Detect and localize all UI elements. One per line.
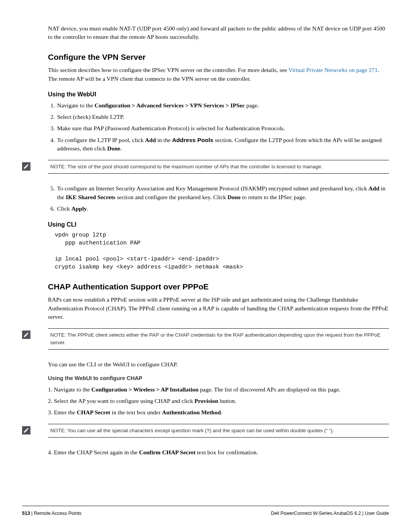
step-5-mid3: to return to the IPSec page.	[241, 194, 306, 200]
step-5: To configure an Internet Security Associ…	[56, 184, 389, 201]
chap-step-1: 1. Navigate to the Configuration > Wirel…	[48, 385, 389, 394]
footer-sep: |	[30, 511, 34, 516]
chap-s3-b2: Authentication Method	[162, 409, 221, 415]
section-heading-configure-vpn: Configure the VPN Server	[48, 51, 389, 63]
heading-using-webui: Using the WebUI	[48, 90, 389, 99]
footer-left-text: Remote Access Points	[34, 511, 81, 516]
chap-s1-pre: 1. Navigate to the	[48, 386, 91, 393]
step-6-pre: Click	[57, 205, 71, 212]
link-vpn-networks[interactable]: Virtual Private Networks on page 271	[288, 67, 378, 73]
sec1-paragraph: This section describes how to configure …	[48, 66, 389, 83]
footer-right: Dell PowerConnect W-Series ArubaOS 6.2 |…	[271, 510, 389, 517]
step-4-sans: Address Pools	[172, 137, 213, 143]
steps-list-a: Navigate to the Configuration > Advanced…	[48, 101, 389, 153]
section-heading-chap: CHAP Authentication Support over PPPoE	[48, 281, 389, 292]
sec2-para1: RAPs can now establish a PPPoE session w…	[48, 296, 389, 321]
sec1-para-pre: This section describes how to configure …	[48, 67, 288, 73]
note-text-1: NOTE: The size of the pool should corres…	[48, 160, 389, 174]
step-5-pre: To configure an Internet Security Associ…	[57, 185, 368, 192]
chap-s1-post: page. The list of discovered APs are dis…	[199, 386, 341, 393]
heading-webui-chap: Using the WebUI to configure CHAP	[48, 374, 389, 382]
heading-using-cli: Using CLI	[48, 220, 389, 229]
step-1-pre: Navigate to the	[57, 102, 95, 109]
intro-paragraph: NAT device, you must enable NAT-T (UDP p…	[48, 24, 389, 42]
step-4-b2: Done	[107, 145, 120, 152]
cli-code-block: vpdn group l2tp ppp authentication PAP i…	[55, 231, 389, 271]
sec2-para2: You can use the CLI or the WebUI to conf…	[48, 360, 389, 369]
chap-s1-bold: Configuration > Wireless > AP Installati…	[91, 386, 199, 393]
chap-s3-pre: 3. Enter the	[48, 409, 77, 415]
chap-s4-pre: 4. Enter the CHAP Secret again in the	[48, 449, 139, 455]
note-block-2: NOTE: The PPPoE client selects either th…	[48, 328, 389, 350]
chap-s2-pre: 2. Select the AP you want to configure u…	[48, 398, 194, 404]
note-block-3: NOTE: You can use all the special charac…	[48, 424, 389, 438]
chap-s3-post: .	[221, 409, 222, 415]
step-6-b: Apply	[71, 205, 87, 212]
note-block-1: NOTE: The size of the pool should corres…	[48, 160, 389, 174]
step-1-post: page.	[245, 102, 259, 109]
step-5-b2: IKE Shared Secrets	[66, 194, 115, 200]
step-4-post: .	[120, 145, 122, 152]
pencil-icon	[22, 162, 30, 171]
pencil-icon	[22, 331, 30, 339]
page-footer: 513 | Remote Access Points Dell PowerCon…	[22, 506, 389, 517]
note-text-3: NOTE: You can use all the special charac…	[48, 424, 389, 438]
pencil-icon	[22, 426, 30, 435]
step-4-mid1: in the	[156, 137, 172, 143]
step-5-b1: Add	[368, 185, 379, 192]
step-1-bold: Configuration > Advanced Services > VPN …	[95, 102, 245, 109]
chap-s2-bold: Provision	[194, 398, 218, 404]
step-2: Select (check) Enable L2TP.	[56, 113, 389, 121]
step-4-b1: Add	[145, 137, 156, 143]
step-4: To configure the L2TP IP pool, click Add…	[56, 136, 389, 153]
step-4-pre: To configure the L2TP IP pool, click	[57, 137, 145, 143]
step-3: Make sure that PAP (Password Authenticat…	[56, 124, 389, 133]
step-6-post: .	[87, 205, 88, 212]
steps-list-b: To configure an Internet Security Associ…	[48, 184, 389, 213]
chap-s4-bold: Confirm CHAP Secret	[139, 449, 196, 455]
step-1: Navigate to the Configuration > Advanced…	[56, 101, 389, 110]
chap-s2-post: button.	[218, 398, 236, 404]
chap-s3-b1: CHAP Secret	[77, 409, 110, 415]
step-6: Click Apply.	[56, 204, 389, 213]
step-5-mid2: section and configure the preshared key.…	[115, 194, 228, 200]
chap-step-4: 4. Enter the CHAP Secret again in the Co…	[48, 448, 389, 457]
step-5-b3: Done	[228, 194, 241, 200]
chap-step-2: 2. Select the AP you want to configure u…	[48, 397, 389, 405]
note-text-2: NOTE: The PPPoE client selects either th…	[48, 328, 389, 350]
chap-s3-mid: in the text box under	[110, 409, 162, 415]
chap-s4-post: text box for confirmation.	[196, 449, 258, 455]
footer-left: 513 | Remote Access Points	[22, 510, 81, 517]
chap-step-3: 3. Enter the CHAP Secret in the text box…	[48, 408, 389, 417]
page-number: 513	[22, 511, 30, 516]
